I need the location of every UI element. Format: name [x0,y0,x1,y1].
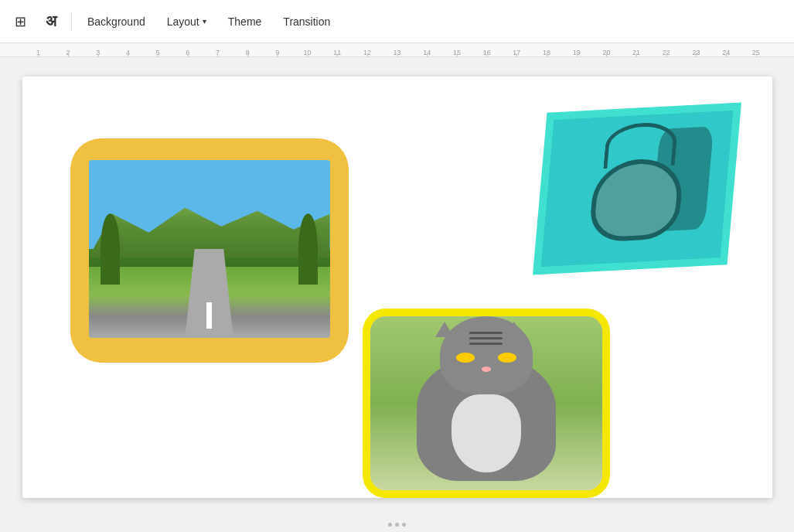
ruler-mark: 21 [622,49,652,56]
ruler-mark: 6 [172,49,203,56]
background-button[interactable]: Background [78,8,155,36]
ruler-mark: 1 [23,49,53,56]
layout-button[interactable]: Layout ▾ [158,8,216,36]
canvas-area [0,57,794,517]
ruler-mark: 4 [113,49,143,56]
basket-image [540,111,732,267]
cat-bg [370,316,602,490]
tree-left [101,213,120,285]
cat-ear-right [505,322,523,337]
dot-1 [388,523,392,527]
ruler-mark: 5 [143,49,173,56]
ruler-mark: 16 [472,49,502,56]
ruler-mark: 22 [651,49,681,56]
ruler-mark: 23 [681,49,711,56]
ruler-mark: 8 [233,49,263,56]
ruler-mark: 3 [83,49,113,56]
ruler-mark: 15 [442,49,472,56]
ruler-mark: 25 [741,49,772,56]
ruler-mark: 2 [53,49,83,56]
ruler-mark: 12 [353,49,383,56]
bottom-dots [0,517,794,532]
ruler-mark: 9 [263,49,293,56]
ruler-mark: 20 [591,49,622,56]
basket-bg [540,111,732,267]
ruler-mark: 24 [711,49,741,56]
layout-label: Layout [167,15,199,28]
road-line [206,302,211,329]
stripe [469,332,503,334]
cat-nose [482,367,491,372]
ruler-mark: 14 [412,49,442,56]
ruler-marks: 1 2 3 4 5 6 7 8 9 10 11 12 13 14 15 16 1… [0,49,794,56]
cat-eye-right [498,353,516,363]
ruler-mark: 13 [382,49,412,56]
cat-image [370,316,602,490]
ruler-mark: 11 [322,49,353,56]
layout-dropdown-icon: ▾ [203,17,206,26]
ruler-mark: 7 [203,49,233,56]
image-frame-1[interactable] [70,138,349,363]
dot-3 [402,523,406,527]
cat-chest [452,394,521,472]
slide[interactable] [22,77,772,498]
theme-button[interactable]: Theme [219,8,271,36]
dot-2 [395,523,399,527]
road-scene [89,160,330,338]
road-image [89,160,330,338]
cat-eye-left [456,353,475,363]
tree-right [298,213,318,285]
stripe [469,343,503,345]
toolbar-divider-1 [71,12,72,31]
ruler-mark: 19 [561,49,591,56]
image-frame-2[interactable] [533,102,741,275]
ruler-mark: 10 [292,49,322,56]
text-style-button[interactable]: अ [37,8,65,36]
cat-ear-left [435,322,454,337]
ruler-mark: 18 [532,49,562,56]
toolbar: ⊞ अ Background Layout ▾ Theme Transition [0,0,794,43]
cat-stripes [469,332,503,347]
insert-button[interactable]: ⊞ [6,8,34,36]
image-frame-3[interactable] [363,309,610,498]
ruler-mark: 17 [502,49,532,56]
stripe [469,337,503,339]
ruler: 1 2 3 4 5 6 7 8 9 10 11 12 13 14 15 16 1… [0,43,794,57]
transition-button[interactable]: Transition [274,8,339,36]
